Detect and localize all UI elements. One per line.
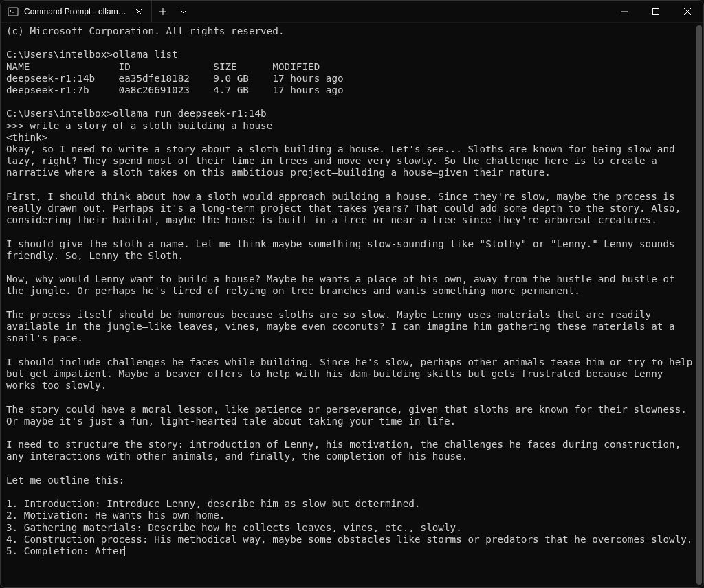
minimize-button[interactable] [608,1,640,23]
think-tag: <think> [6,132,47,143]
outline-item: 4. Construction process: His methodical … [6,534,692,545]
model-output: I need to structure the story: introduct… [6,439,687,462]
table-row: 4.7 GB [213,84,249,95]
titlebar-drag-area[interactable] [193,1,608,22]
table-row: ea35dfe18182 [119,73,190,84]
model-output: I should give the sloth a name. Let me t… [6,238,681,261]
outline-item: 3. Gathering materials: Describe how he … [6,522,462,533]
outline-item: 2. Motivation: He wants his own home. [6,510,225,521]
maximize-button[interactable] [640,1,672,23]
new-tab-button[interactable] [152,1,174,22]
table-row: 0a8c26691023 [119,84,190,95]
tab-close-button[interactable] [133,6,144,17]
user-input: >>> write a story of a sloth building a … [6,120,272,131]
window-controls [608,1,703,22]
tab-active[interactable]: Command Prompt - ollama ru [1,1,152,22]
prompt-line: C:\Users\intelbox>ollama run deepseek-r1… [6,108,267,119]
model-output: The process itself should be humorous be… [6,309,681,343]
table-header-size: SIZE [213,61,236,72]
outline-item: 5. Completion: After [6,545,124,556]
model-output: Okay, so I need to write a story about a… [6,144,681,178]
table-row: 17 hours ago [272,73,343,84]
copyright-line: (c) Microsoft Corporation. All rights re… [6,25,285,36]
close-button[interactable] [672,1,703,23]
text-cursor [124,546,125,556]
table-row: 17 hours ago [272,84,343,95]
tab-dropdown-button[interactable] [174,1,193,22]
terminal-output[interactable]: (c) Microsoft Corporation. All rights re… [1,23,703,587]
scrollbar[interactable] [696,25,702,585]
scrollbar-thumb[interactable] [696,25,702,585]
table-row: 9.0 GB [213,73,249,84]
svg-rect-0 [8,8,18,16]
outline-item: 1. Introduction: Introduce Lenny, descri… [6,498,421,509]
model-output: First, I should think about how a sloth … [6,191,687,225]
model-output: The story could have a moral lesson, lik… [6,404,692,427]
table-header-modified: MODIFIED [272,61,320,72]
table-header-id: ID [119,61,131,72]
model-output: Now, why would Lenny want to build a hou… [6,273,681,296]
terminal-icon [8,6,19,17]
titlebar: Command Prompt - ollama ru [1,1,703,23]
prompt-line: C:\Users\intelbox>ollama list [6,49,178,60]
table-row: deepseek-r1:7b [6,84,89,95]
outline-label: Let me outline this: [6,475,124,486]
table-header-name: NAME [6,61,30,72]
svg-rect-7 [653,9,659,15]
table-row: deepseek-r1:14b [6,73,95,84]
tab-title: Command Prompt - ollama ru [24,7,128,16]
model-output: I should include challenges he faces whi… [6,357,698,391]
